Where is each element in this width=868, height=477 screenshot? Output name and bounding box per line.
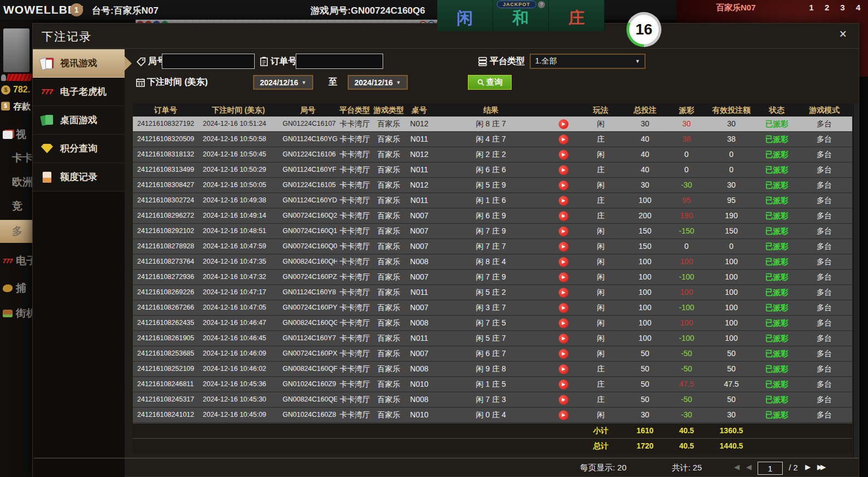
rail-item-街机[interactable]: 街机 <box>0 302 33 325</box>
cell-table_no: N007 <box>405 224 433 238</box>
cell-order: 241216108320509 <box>133 132 198 147</box>
table-row[interactable]: 2412161083181322024-12-16 10:50:45GN0122… <box>133 147 852 162</box>
rail-icon-wrap <box>1 131 14 139</box>
order-filter-input[interactable] <box>296 54 383 69</box>
sidebar-item-table-games[interactable]: 桌面游戏 <box>33 106 125 135</box>
replay-icon[interactable]: ▶ <box>559 242 568 252</box>
replay-icon[interactable]: ▶ <box>559 119 568 129</box>
cell-table_no: N007 <box>405 270 433 284</box>
replay-icon[interactable]: ▶ <box>559 196 568 206</box>
cell-order: 241216108273764 <box>133 254 198 269</box>
date-to-select[interactable]: 2024/12/16 ▼ <box>348 75 408 90</box>
table-row[interactable]: 2412161082453172024-12-16 10:45:30GN0082… <box>133 392 852 408</box>
replay-icon[interactable]: ▶ <box>559 410 568 420</box>
table-row[interactable]: 2412161083205092024-12-16 10:50:58GN0112… <box>133 132 852 147</box>
cell-bet_on: 闲 <box>579 239 623 254</box>
table-row[interactable]: 2412161082737642024-12-16 10:47:35GN0082… <box>133 254 852 270</box>
cell-round: GN00724C160PX <box>278 346 337 361</box>
table-row[interactable]: 2412161082729362024-12-16 10:47:32GN0072… <box>133 270 852 285</box>
cell-status: 已派彩 <box>757 331 796 346</box>
cell-order: 241216108267266 <box>133 300 198 315</box>
search-button[interactable]: 查询 <box>468 75 512 90</box>
table-row[interactable]: 2412161082692262024-12-16 10:47:17GN0112… <box>133 285 852 300</box>
table-row[interactable]: 2412161083134992024-12-16 10:50:29GN0112… <box>133 162 852 178</box>
cell-order: 241216108318132 <box>133 147 198 162</box>
cell-payout: 30 <box>667 117 706 131</box>
cell-bet_on: 闲 <box>579 224 623 238</box>
points-icon <box>39 142 55 156</box>
table-row[interactable]: 2412161082468112024-12-16 10:45:36GN0102… <box>133 377 852 392</box>
summary-cell <box>372 439 405 453</box>
cell-status: 已派彩 <box>757 408 796 422</box>
rail-item-捕[interactable]: 捕 <box>0 277 33 300</box>
table-scrollbar[interactable] <box>853 103 859 458</box>
first-page-icon[interactable]: ◀ <box>734 463 740 471</box>
replay-icon[interactable]: ▶ <box>559 181 568 190</box>
rail-item-欧洲[interactable]: 欧洲 <box>0 171 33 194</box>
table-row[interactable]: 2412161082624352024-12-16 10:46:47GN0082… <box>133 316 852 331</box>
page-number-input[interactable] <box>758 462 783 475</box>
close-icon[interactable]: × <box>840 28 847 40</box>
cell-bet_on: 庄 <box>579 193 623 208</box>
summary-cell <box>433 439 548 453</box>
next-page-icon[interactable]: ▶ <box>805 463 811 471</box>
table-row[interactable]: 2412161083084272024-12-16 10:50:05GN0122… <box>133 178 852 193</box>
deposit-icon: $ <box>1 102 10 110</box>
sidebar-item-quota-records[interactable]: 额度记录 <box>33 163 125 191</box>
table-row[interactable]: 2412161082536852024-12-16 10:46:09GN0072… <box>133 346 852 362</box>
jackpot-help-icon[interactable]: ? <box>538 1 545 8</box>
bet-area-player[interactable]: 闲 <box>437 0 493 31</box>
replay-icon[interactable]: ▶ <box>559 303 568 313</box>
replay-icon[interactable]: ▶ <box>559 272 568 282</box>
rail-item-label: 欧洲 <box>12 175 33 189</box>
table-row[interactable]: 2412161082789282024-12-16 10:47:59GN0072… <box>133 239 852 254</box>
replay-icon[interactable]: ▶ <box>559 288 568 298</box>
replay-icon[interactable]: ▶ <box>559 364 568 374</box>
replay-icon[interactable]: ▶ <box>559 318 568 328</box>
table-row[interactable]: 2412161082410122024-12-16 10:45:09GN0102… <box>133 408 852 423</box>
rail-item-电子[interactable]: 777电子 <box>0 249 33 272</box>
prev-page-icon[interactable]: ◀ <box>746 463 752 471</box>
sidebar-item-slots[interactable]: 777电子老虎机 <box>33 78 125 106</box>
cell-replay: ▶ <box>548 117 579 131</box>
replay-icon[interactable]: ▶ <box>559 257 568 267</box>
replay-icon[interactable]: ▶ <box>559 135 568 144</box>
platform-select[interactable]: 1.全部 ▼ <box>530 54 646 69</box>
sidebar-item-video-games[interactable]: 视讯游戏 <box>33 49 125 78</box>
last-page-icon[interactable]: ▶▶ <box>817 463 824 471</box>
deposit-button[interactable]: 存款 <box>13 101 31 113</box>
replay-icon[interactable]: ▶ <box>559 380 568 389</box>
cell-order: 241216108269226 <box>133 285 198 300</box>
replay-icon[interactable]: ▶ <box>559 226 568 236</box>
replay-icon[interactable]: ▶ <box>559 211 568 221</box>
cell-payout: 100 <box>667 254 706 269</box>
replay-icon[interactable]: ▶ <box>559 150 568 160</box>
table-row[interactable]: 2412161082962722024-12-16 10:49:14GN0072… <box>133 208 852 224</box>
rail-item-多[interactable]: 多 <box>0 220 33 243</box>
table-row[interactable]: 2412161082619052024-12-16 10:46:45GN0112… <box>133 331 852 346</box>
replay-icon[interactable]: ▶ <box>559 334 568 344</box>
cell-game: 百家乐 <box>372 193 405 208</box>
replay-icon[interactable]: ▶ <box>559 349 568 359</box>
cell-payout: 95 <box>667 193 706 208</box>
round-filter-input[interactable] <box>162 54 255 69</box>
date-from-select[interactable]: 2024/12/16 ▼ <box>253 75 313 90</box>
table-row[interactable]: 2412161083027242024-12-16 10:49:38GN0112… <box>133 193 852 208</box>
rail-item-竞[interactable]: 竞 <box>0 195 33 218</box>
table-row[interactable]: 2412161083271922024-12-16 10:51:24GN0122… <box>133 117 852 132</box>
table-row[interactable]: 2412161082521092024-12-16 10:46:02GN0082… <box>133 362 852 377</box>
replay-icon[interactable]: ▶ <box>559 395 568 405</box>
table-row[interactable]: 2412161082672662024-12-16 10:47:05GN0072… <box>133 300 852 316</box>
sidebar-item-points[interactable]: 积分查询 <box>33 135 125 163</box>
rail-item-label: 卡卡 <box>12 151 33 165</box>
table-row[interactable]: 2412161082921022024-12-16 10:48:51GN0072… <box>133 224 852 239</box>
total-count-label: 共计: 25 <box>672 463 702 473</box>
cell-bet_on: 庄 <box>579 208 623 223</box>
user-avatar[interactable] <box>3 28 30 72</box>
rail-item-视[interactable]: 视 <box>0 123 33 146</box>
cell-valid: 100 <box>706 331 757 346</box>
bet-area-banker[interactable]: 庄 <box>549 0 605 31</box>
rail-item-卡卡[interactable]: 卡卡 <box>0 147 33 170</box>
col-header: 派彩 <box>667 103 706 117</box>
replay-icon[interactable]: ▶ <box>559 165 568 175</box>
